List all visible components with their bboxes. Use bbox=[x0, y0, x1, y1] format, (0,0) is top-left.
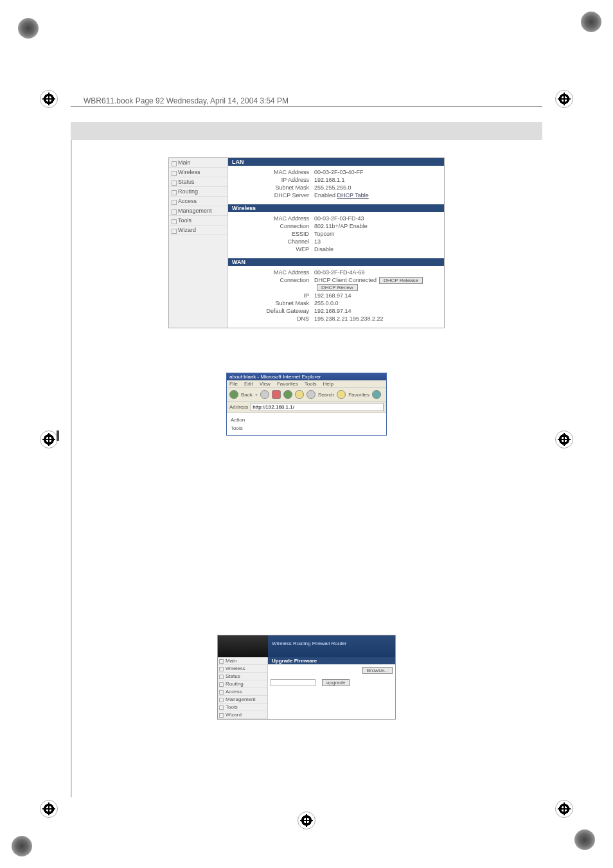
back-icon[interactable] bbox=[229, 390, 238, 399]
lan-mac-label: MAC Address bbox=[231, 169, 314, 175]
fw-sidebar-tools[interactable]: Tools bbox=[218, 704, 267, 711]
crosshair-icon bbox=[40, 90, 58, 108]
wl-conn-label: Connection bbox=[231, 223, 314, 229]
search-label[interactable]: Search bbox=[318, 392, 334, 398]
browse-button[interactable]: Browse... bbox=[362, 667, 393, 674]
fw-sidebar: Main Wireless Status Routing Access Mana… bbox=[218, 657, 268, 719]
wan-ip-value: 192.168.97.14 bbox=[314, 292, 441, 299]
address-input[interactable] bbox=[251, 403, 384, 411]
print-registration-mark bbox=[12, 836, 32, 856]
dhcp-renew-button[interactable]: DHCP Renew bbox=[317, 284, 358, 291]
crosshair-icon bbox=[555, 800, 573, 818]
lan-ip-label: IP Address bbox=[231, 177, 314, 183]
wl-mac-value: 00-03-2F-03-FD-43 bbox=[314, 215, 441, 222]
left-margin-line bbox=[71, 140, 72, 797]
wan-subnet-label: Subnet Mask bbox=[231, 300, 314, 306]
sidebar-item-tools[interactable]: Tools bbox=[169, 216, 227, 226]
router-sidebar: Main Wireless Status Routing Access Mana… bbox=[169, 158, 228, 328]
vertical-caret-mark bbox=[57, 430, 59, 441]
wan-gw-value: 192.168.97.14 bbox=[314, 308, 441, 314]
ie-body: Action Tools bbox=[227, 413, 386, 435]
body-action: Action bbox=[231, 416, 382, 424]
wan-gw-label: Default Gateway bbox=[231, 308, 314, 314]
search-icon[interactable] bbox=[306, 390, 315, 399]
refresh-icon[interactable] bbox=[283, 390, 292, 399]
firmware-screenshot: Wireless Routing Firewall Router Main Wi… bbox=[217, 635, 396, 720]
crosshair-icon bbox=[555, 90, 573, 108]
favorites-label[interactable]: Favorites bbox=[348, 392, 369, 398]
sidebar-item-status[interactable]: Status bbox=[169, 177, 227, 187]
crosshair-icon bbox=[40, 430, 58, 448]
upgrade-firmware-header: Upgrade Firmware bbox=[268, 657, 395, 664]
home-icon[interactable] bbox=[295, 390, 304, 399]
section-lan-header: LAN bbox=[228, 158, 444, 166]
fw-sidebar-routing[interactable]: Routing bbox=[218, 680, 267, 688]
crosshair-icon bbox=[555, 430, 573, 448]
sidebar-item-wireless[interactable]: Wireless bbox=[169, 168, 227, 177]
ie-window: about:blank - Microsoft Internet Explore… bbox=[226, 373, 387, 436]
sidebar-item-main[interactable]: Main bbox=[169, 158, 227, 168]
print-registration-mark bbox=[18, 18, 39, 39]
menu-tools[interactable]: Tools bbox=[305, 381, 317, 387]
dhcp-table-link[interactable]: DHCP Table bbox=[337, 192, 369, 199]
wan-conn-label: Connection bbox=[231, 277, 314, 291]
wan-dns-label: DNS bbox=[231, 315, 314, 322]
wan-mac-label: MAC Address bbox=[231, 269, 314, 276]
crosshair-icon bbox=[298, 811, 315, 829]
wan-subnet-value: 255.0.0.0 bbox=[314, 300, 441, 306]
sidebar-item-routing[interactable]: Routing bbox=[169, 187, 227, 197]
menu-view[interactable]: View bbox=[260, 381, 271, 387]
router-logo bbox=[218, 635, 268, 657]
address-label: Address bbox=[229, 404, 248, 410]
sidebar-item-management[interactable]: Management bbox=[169, 206, 227, 216]
fw-sidebar-management[interactable]: Management bbox=[218, 696, 267, 704]
lan-mac-value: 00-03-2F-03-40-FF bbox=[314, 169, 441, 175]
router-banner: Wireless Routing Firewall Router bbox=[268, 635, 395, 657]
body-tools: Tools bbox=[231, 424, 382, 432]
crosshair-icon bbox=[40, 800, 58, 818]
wan-dns-value: 195.238.2.21 195.238.2.22 bbox=[314, 315, 441, 322]
section-wireless-header: Wireless bbox=[228, 204, 444, 212]
router-status-screenshot: Main Wireless Status Routing Access Mana… bbox=[168, 157, 445, 328]
lan-subnet-value: 255.255.255.0 bbox=[314, 184, 441, 191]
lan-ip-value: 192.168.1.1 bbox=[314, 177, 441, 183]
sidebar-item-wizard[interactable]: Wizard bbox=[169, 226, 227, 235]
back-label[interactable]: Back bbox=[241, 392, 253, 398]
fw-sidebar-status[interactable]: Status bbox=[218, 673, 267, 680]
forward-icon[interactable] bbox=[260, 390, 269, 399]
ie-menubar: File Edit View Favorites Tools Help bbox=[227, 380, 386, 388]
wan-mac-value: 00-03-2F-FD-4A-69 bbox=[314, 269, 441, 276]
wl-chan-value: 13 bbox=[314, 238, 441, 245]
wl-wep-value: Disable bbox=[314, 246, 441, 252]
wl-mac-label: MAC Address bbox=[231, 215, 314, 222]
wan-ip-label: IP bbox=[231, 292, 314, 299]
firmware-file-input[interactable] bbox=[271, 679, 315, 686]
wl-ssid-label: ESSID bbox=[231, 231, 314, 237]
fw-sidebar-wizard[interactable]: Wizard bbox=[218, 711, 267, 719]
print-registration-mark bbox=[574, 829, 595, 850]
fw-sidebar-wireless[interactable]: Wireless bbox=[218, 665, 267, 673]
page-header: WBR611.book Page 92 Wednesday, April 14,… bbox=[84, 96, 289, 105]
ie-addressbar: Address bbox=[227, 402, 386, 413]
gray-band bbox=[71, 122, 542, 140]
lan-dhcp-value: Enabled bbox=[314, 192, 335, 199]
menu-help[interactable]: Help bbox=[323, 381, 333, 387]
header-rule bbox=[71, 106, 542, 118]
sidebar-item-access[interactable]: Access bbox=[169, 197, 227, 206]
favorites-icon[interactable] bbox=[337, 390, 346, 399]
wl-ssid-value: Topcom bbox=[314, 231, 441, 237]
menu-edit[interactable]: Edit bbox=[244, 381, 253, 387]
wl-chan-label: Channel bbox=[231, 238, 314, 245]
wan-conn-value: DHCP Client Connected bbox=[314, 277, 377, 283]
print-registration-mark bbox=[581, 12, 601, 32]
fw-sidebar-main[interactable]: Main bbox=[218, 657, 267, 665]
dhcp-release-button[interactable]: DHCP Release bbox=[379, 277, 423, 284]
fw-sidebar-access[interactable]: Access bbox=[218, 688, 267, 696]
lan-subnet-label: Subnet Mask bbox=[231, 184, 314, 191]
menu-file[interactable]: File bbox=[229, 381, 238, 387]
media-icon[interactable] bbox=[372, 390, 381, 399]
ie-toolbar: Back ▾ Search Favorites bbox=[227, 388, 386, 402]
stop-icon[interactable] bbox=[272, 390, 281, 399]
upgrade-button[interactable]: upgrade bbox=[322, 679, 350, 686]
menu-favorites[interactable]: Favorites bbox=[277, 381, 298, 387]
